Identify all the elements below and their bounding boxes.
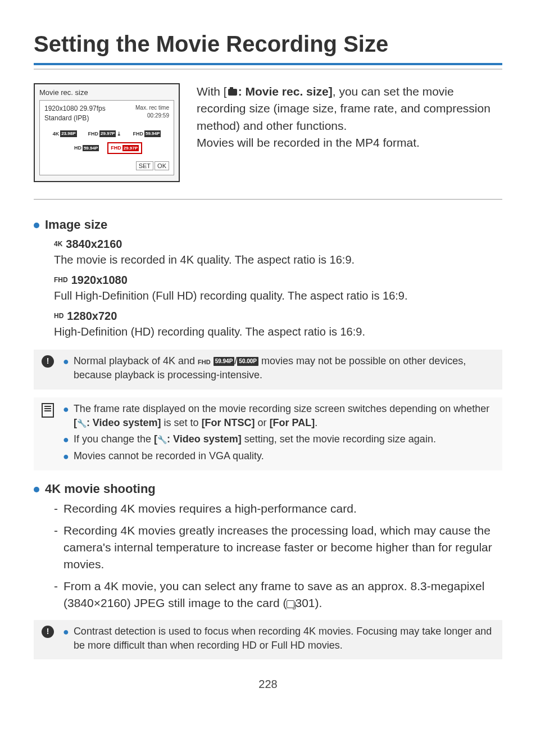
fourk-item-1: - Recording 4K movies requires a high-pe…	[54, 500, 502, 517]
n2-prefix: If you change the	[74, 433, 154, 445]
intro-row: Movie rec. size 1920x1080 29.97fps Stand…	[34, 83, 502, 182]
page-ref-icon	[287, 600, 294, 608]
ss-opt-4k: 4K23.98P	[50, 129, 80, 139]
dash-icon: -	[54, 578, 58, 612]
ss-panel: 1920x1080 29.97fps Standard (IPB) Max. r…	[39, 100, 174, 175]
res-hd-value: 1280x720	[67, 308, 117, 324]
ss-compression: Standard (IPB)	[44, 114, 106, 123]
ss-opt-fhd-2997-dl: FHD29.97P⤓	[85, 129, 125, 139]
page-number: 228	[34, 676, 502, 692]
fourk-item3-prefix: From a 4K movie, you can select any fram…	[63, 580, 484, 609]
camera-ui-screenshot: Movie rec. size 1920x1080 29.97fps Stand…	[34, 83, 180, 182]
fourk-heading: 4K movie shooting	[34, 481, 502, 498]
fourk-list: - Recording 4K movies requires a high-pe…	[34, 500, 502, 612]
fourk-item3-page: 301	[295, 596, 315, 609]
bullet-icon	[34, 223, 39, 228]
dash-icon: -	[54, 522, 58, 573]
n1-prefix: The frame rate displayed on the movie re…	[74, 403, 489, 414]
ss-options: 4K23.98P FHD29.97P⤓ FHD59.94P HD59.94P F…	[44, 129, 169, 154]
wrench-icon	[77, 417, 87, 428]
notes-box: ● The frame rate displayed on the movie …	[34, 397, 502, 471]
note-item-2: ● If you change the [: Video system] set…	[63, 432, 494, 447]
res-fhd-line: FHD 1920x1080	[54, 272, 502, 288]
warning-box-contrast: ! ● Contrast detection is used to focus …	[34, 620, 502, 659]
image-size-heading: Image size	[34, 216, 502, 234]
w1-rate2: 50.00P	[237, 357, 258, 366]
ss-resolution: 1920x1080 29.97fps	[44, 104, 106, 114]
w1-prefix: Normal playback of 4K and	[74, 355, 198, 366]
info-icon: !	[42, 355, 55, 368]
ss-meta-label: Max. rec time	[135, 104, 169, 112]
ss-opt-hd-5994: HD59.94P	[71, 142, 102, 154]
n3-text: Movies cannot be recorded in VGA quality…	[74, 449, 264, 464]
w1-fhd-icon: FHD	[198, 359, 211, 365]
n2-suffix: setting, set the movie recording size ag…	[242, 433, 436, 445]
fourk-item-3: - From a 4K movie, you can select any fr…	[54, 578, 502, 612]
blue-bullet-icon: ●	[63, 433, 69, 447]
n2-b-label: : Video system]	[167, 433, 242, 445]
res-hd-line: HD 1280x720	[54, 308, 502, 324]
image-size-body: 4K 3840x2160 The movie is recorded in 4K…	[34, 236, 502, 339]
badge-4k-icon: 4K	[54, 239, 62, 249]
ss-set-label: SET	[136, 161, 153, 170]
warning2-item: ● Contrast detection is used to focus wh…	[63, 624, 494, 653]
info-icon: !	[42, 626, 55, 638]
ss-opt-fhd-5994: FHD59.94P	[130, 129, 163, 139]
badge-hd-icon: HD	[54, 311, 63, 321]
note-item-1: ● The frame rate displayed on the movie …	[63, 402, 494, 430]
intro-part2: Movies will be recorded in the MP4 forma…	[197, 134, 502, 151]
w1-rate1: 59.94P	[214, 357, 235, 366]
camera-icon	[228, 89, 237, 96]
title-accent-bar	[34, 63, 502, 65]
fourk-item-2: - Recording 4K movies greatly increases …	[54, 522, 502, 573]
n1-end: .	[315, 417, 317, 428]
ss-meta-value: 00:29:59	[135, 112, 169, 120]
image-size-label: Image size	[45, 216, 107, 234]
ss-header: Movie rec. size	[39, 88, 174, 98]
res-4k-desc: The movie is recorded in 4K quality. The…	[54, 252, 502, 268]
n1-b3: [For PAL]	[270, 417, 315, 428]
note-item-3: ● Movies cannot be recorded in VGA quali…	[63, 449, 494, 464]
ss-set-ok: SETOK	[44, 162, 169, 170]
res-4k-value: 3840x2160	[66, 236, 122, 252]
n1-or: or	[255, 417, 270, 428]
res-fhd-desc: Full High-Definition (Full HD) recording…	[54, 288, 502, 304]
ss-opt-fhd-2997-selected: FHD29.97P	[107, 142, 142, 154]
res-4k-line: 4K 3840x2160	[54, 236, 502, 252]
blue-bullet-icon: ●	[63, 625, 69, 653]
n1-b1-bracket: [	[74, 417, 77, 428]
fourk-item1-text: Recording 4K movies requires a high-perf…	[63, 500, 357, 517]
res-hd-desc: High-Definition (HD) recording quality. …	[54, 324, 502, 339]
warning-box-playback: ! ● Normal playback of 4K and FHD 59.94P…	[34, 350, 502, 389]
blue-bullet-icon: ●	[63, 402, 69, 430]
notepad-icon	[42, 403, 55, 418]
wrench-icon	[157, 433, 167, 445]
res-fhd-value: 1920x1080	[71, 272, 128, 288]
dash-icon: -	[54, 500, 58, 517]
intro-bold: : Movie rec. size]	[238, 85, 333, 98]
page-title: Setting the Movie Recording Size	[34, 28, 502, 60]
intro-prefix: With [	[197, 85, 227, 98]
blue-bullet-icon: ●	[63, 355, 69, 382]
fourk-label: 4K movie shooting	[45, 481, 156, 498]
n1-b1-label: : Video system]	[87, 417, 161, 428]
warning1-item: ● Normal playback of 4K and FHD 59.94P/5…	[63, 354, 494, 382]
warning2-text: Contrast detection is used to focus when…	[74, 624, 494, 653]
fourk-item2-text: Recording 4K movies greatly increases th…	[63, 522, 502, 573]
title-divider	[34, 69, 502, 70]
blue-bullet-icon: ●	[63, 450, 69, 464]
ss-ok-label: OK	[155, 161, 169, 170]
section-divider	[34, 199, 502, 200]
bullet-icon	[34, 487, 39, 492]
n1-b2: [For NTSC]	[202, 417, 255, 428]
n1-mid: is set to	[161, 417, 202, 428]
fourk-item3-suffix: ).	[315, 596, 322, 609]
intro-text: With [: Movie rec. size], you can set th…	[197, 83, 502, 152]
badge-fhd-icon: FHD	[54, 275, 68, 285]
